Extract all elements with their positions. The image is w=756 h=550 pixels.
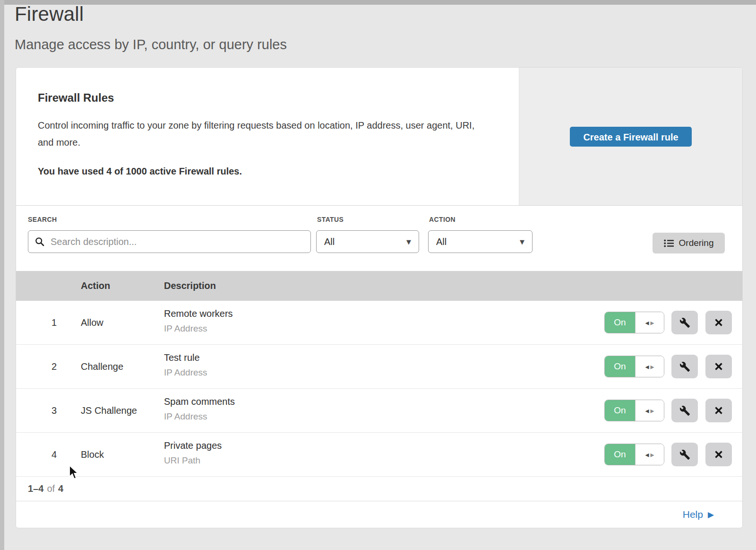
help-link[interactable]: Help ▶ bbox=[683, 509, 714, 520]
firewall-rules-heading: Firewall Rules bbox=[38, 91, 490, 105]
rule-enable-toggle[interactable]: On ◂▸ bbox=[604, 444, 664, 465]
rule-match-type: IP Address bbox=[164, 367, 207, 378]
rule-number: 4 bbox=[44, 449, 57, 460]
delete-rule-button[interactable] bbox=[705, 355, 732, 378]
toggle-on-segment[interactable]: On bbox=[605, 356, 635, 377]
wrench-icon bbox=[679, 317, 690, 328]
search-input[interactable] bbox=[50, 236, 304, 248]
status-select[interactable]: All ▼ bbox=[316, 230, 419, 253]
toggle-handle[interactable]: ◂▸ bbox=[635, 400, 664, 421]
action-label: ACTION bbox=[429, 216, 455, 223]
close-icon bbox=[714, 450, 723, 459]
edit-rule-button[interactable] bbox=[671, 311, 698, 334]
wrench-icon bbox=[679, 405, 690, 416]
page-subtitle: Manage access by IP, country, or query r… bbox=[15, 37, 287, 52]
edit-rule-button[interactable] bbox=[671, 355, 698, 378]
table-row: 1 Allow Remote workers IP Address On ◂▸ bbox=[16, 301, 742, 345]
chevron-down-icon: ▼ bbox=[520, 238, 524, 245]
rule-match-type: IP Address bbox=[164, 323, 233, 334]
search-field[interactable] bbox=[28, 230, 311, 253]
ordered-list-icon bbox=[664, 239, 674, 247]
rules-description: Control incoming traffic to your zone by… bbox=[38, 117, 487, 151]
toggle-handle[interactable]: ◂▸ bbox=[635, 444, 664, 465]
delete-rule-button[interactable] bbox=[705, 443, 732, 466]
pagination-of: of bbox=[47, 483, 55, 494]
help-arrow-icon: ▶ bbox=[708, 510, 714, 519]
rule-description: Private pages bbox=[164, 440, 222, 451]
rule-description-cell: Remote workers IP Address bbox=[164, 308, 233, 334]
rule-description-cell: Private pages URI Path bbox=[164, 440, 222, 466]
help-link-label: Help bbox=[683, 509, 703, 520]
table-header-row: Action Description bbox=[16, 271, 742, 301]
intro-section: Firewall Rules Control incoming traffic … bbox=[16, 68, 742, 205]
edit-rule-button[interactable] bbox=[671, 443, 698, 466]
intro-text-block: Firewall Rules Control incoming traffic … bbox=[16, 68, 519, 205]
card-footer: Help ▶ bbox=[16, 501, 742, 527]
pagination: 1–4 of 4 bbox=[16, 477, 742, 501]
ordering-button-label: Ordering bbox=[679, 238, 714, 248]
pagination-total: 4 bbox=[58, 483, 63, 494]
caret-left-icon: ◂ bbox=[645, 318, 649, 327]
toggle-on-segment[interactable]: On bbox=[605, 312, 635, 333]
page-title: Firewall bbox=[15, 3, 287, 26]
delete-rule-button[interactable] bbox=[705, 399, 732, 422]
rule-action: JS Challenge bbox=[81, 405, 137, 416]
chevron-down-icon: ▼ bbox=[406, 238, 411, 245]
rule-enable-toggle[interactable]: On ◂▸ bbox=[604, 400, 664, 421]
table-row: 2 Challenge Test rule IP Address On ◂▸ bbox=[16, 345, 742, 389]
wrench-icon bbox=[679, 361, 690, 372]
close-icon bbox=[714, 318, 723, 327]
rule-description: Test rule bbox=[164, 352, 207, 363]
rule-number: 2 bbox=[44, 361, 57, 372]
caret-left-icon: ◂ bbox=[645, 450, 649, 459]
page-header: Firewall Manage access by IP, country, o… bbox=[15, 3, 287, 52]
rule-number: 1 bbox=[44, 317, 57, 328]
caret-right-icon: ▸ bbox=[651, 406, 654, 415]
create-rule-panel: Create a Firewall rule bbox=[519, 68, 742, 205]
rule-description: Spam comments bbox=[164, 396, 235, 407]
table-row: 3 JS Challenge Spam comments IP Address … bbox=[16, 389, 742, 433]
caret-right-icon: ▸ bbox=[651, 318, 654, 327]
rule-description-cell: Test rule IP Address bbox=[164, 352, 207, 378]
close-icon bbox=[714, 362, 723, 371]
pagination-range: 1–4 bbox=[28, 483, 43, 494]
toggle-handle[interactable]: ◂▸ bbox=[635, 312, 664, 333]
window-edge-left bbox=[0, 0, 4, 550]
rule-description: Remote workers bbox=[164, 308, 233, 319]
close-icon bbox=[714, 406, 723, 415]
action-select[interactable]: All ▼ bbox=[428, 230, 533, 253]
rule-action: Allow bbox=[81, 317, 103, 328]
rule-description-cell: Spam comments IP Address bbox=[164, 396, 235, 422]
table-row: 4 Block Private pages URI Path On ◂▸ bbox=[16, 433, 742, 477]
edit-rule-button[interactable] bbox=[671, 399, 698, 422]
column-header-description: Description bbox=[164, 280, 216, 291]
search-label: SEARCH bbox=[28, 216, 57, 223]
delete-rule-button[interactable] bbox=[705, 311, 732, 334]
toggle-on-segment[interactable]: On bbox=[605, 400, 635, 421]
caret-right-icon: ▸ bbox=[651, 450, 654, 459]
action-select-value: All bbox=[436, 236, 447, 247]
caret-left-icon: ◂ bbox=[645, 362, 649, 371]
toggle-handle[interactable]: ◂▸ bbox=[635, 356, 664, 377]
caret-left-icon: ◂ bbox=[645, 406, 649, 415]
ordering-button[interactable]: Ordering bbox=[653, 233, 725, 253]
search-icon bbox=[35, 237, 44, 246]
rule-number: 3 bbox=[44, 405, 57, 416]
status-select-value: All bbox=[324, 236, 335, 247]
rule-enable-toggle[interactable]: On ◂▸ bbox=[604, 356, 664, 377]
toggle-on-segment[interactable]: On bbox=[605, 444, 635, 465]
rule-match-type: URI Path bbox=[164, 455, 222, 466]
rule-enable-toggle[interactable]: On ◂▸ bbox=[604, 312, 664, 333]
status-label: STATUS bbox=[317, 216, 344, 223]
create-firewall-rule-button[interactable]: Create a Firewall rule bbox=[570, 127, 691, 147]
column-header-action: Action bbox=[81, 280, 164, 291]
filters-bar: SEARCH STATUS All ▼ ACTION All ▼ bbox=[16, 205, 742, 271]
rule-action: Block bbox=[81, 449, 104, 460]
rules-usage-count: You have used 4 of 1000 active Firewall … bbox=[38, 166, 490, 177]
wrench-icon bbox=[679, 449, 690, 460]
rule-match-type: IP Address bbox=[164, 411, 235, 422]
rule-action: Challenge bbox=[81, 361, 123, 372]
caret-right-icon: ▸ bbox=[651, 362, 654, 371]
firewall-rules-card: Firewall Rules Control incoming traffic … bbox=[16, 67, 743, 528]
